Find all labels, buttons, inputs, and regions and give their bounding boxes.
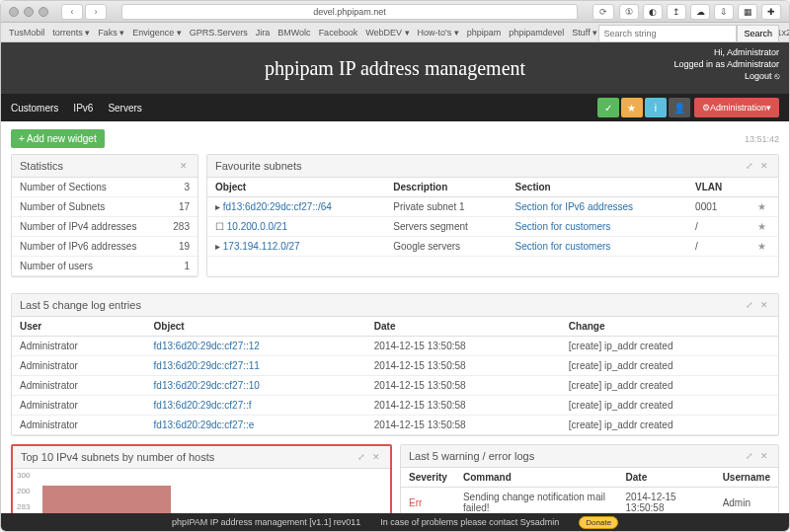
- info-icon[interactable]: i: [645, 98, 667, 117]
- table-row: Number of Sections3: [12, 178, 198, 197]
- fav-table: ObjectDescriptionSectionVLAN ▸ fd13:6d20…: [207, 178, 778, 257]
- tb-icon-7[interactable]: ✚: [761, 4, 781, 20]
- bookmark[interactable]: Stuff ▾: [572, 28, 597, 38]
- check-icon[interactable]: ✓: [597, 98, 619, 117]
- warning-logs-panel: Last 5 warning / error logs⤢ ✕ SeverityC…: [400, 444, 779, 513]
- greeting: Hi, Administrator: [673, 46, 779, 58]
- clock: 13:51:42: [745, 134, 779, 144]
- bookmark[interactable]: WebDEV ▾: [365, 28, 409, 38]
- bar-chart: 300 200 283: [13, 469, 390, 513]
- subnet-link[interactable]: 173.194.112.0/27: [223, 241, 300, 252]
- section-link[interactable]: Section for customers: [515, 221, 611, 232]
- bookmark[interactable]: Envigence ▾: [132, 28, 182, 38]
- bookmark[interactable]: BMWolc: [277, 28, 310, 38]
- table-row: Number of IPv6 addresses19: [12, 237, 198, 257]
- statistics-panel: Statistics✕ Number of Sections3 Number o…: [11, 154, 198, 277]
- top10-subnets-panel: Top 10 IPv4 subnets by number of hosts⤢ …: [11, 444, 392, 513]
- object-link[interactable]: fd13:6d20:29dc:cf27::10: [154, 380, 260, 391]
- changelog-panel: Last 5 change log entries⤢ ✕ UserObjectD…: [11, 293, 779, 436]
- main-nav: Customers IPv6 Servers ✓ ★ i 👤 ⚙ Adminis…: [1, 94, 789, 121]
- app-header: phpipam IP address management Hi, Admini…: [1, 42, 789, 94]
- min-dot[interactable]: [24, 7, 34, 17]
- object-link[interactable]: fd13:6d20:29dc:cf27::11: [154, 360, 260, 371]
- footer-version: phpIPAM IP address management [v1.1] rev…: [172, 517, 360, 527]
- bookmark[interactable]: phpipamdevel: [509, 28, 564, 38]
- subnet-link[interactable]: fd13:6d20:29dc:cf27::/64: [223, 201, 332, 212]
- reload-button[interactable]: ⟳: [592, 4, 614, 20]
- table-row: Administratorfd13:6d20:29dc:cf27::f2014-…: [12, 396, 778, 416]
- dashboard: + Add new widget 13:51:42 Statistics✕ Nu…: [1, 121, 789, 513]
- donate-button[interactable]: Donate: [579, 516, 618, 529]
- tb-icon-4[interactable]: ☁: [690, 4, 710, 20]
- table-row: Administratorfd13:6d20:29dc:cf27::122014…: [12, 337, 778, 356]
- table-row: Administratorfd13:6d20:29dc:cf27::e2014-…: [12, 416, 778, 435]
- panel-title: Last 5 warning / error logs: [409, 450, 534, 462]
- tb-icon-6[interactable]: ▦: [738, 4, 757, 20]
- role-text: Logged in as Administrator: [673, 58, 779, 70]
- tb-icon-1[interactable]: ①: [619, 4, 639, 20]
- panel-title: Favourite subnets: [215, 160, 301, 172]
- admin-button[interactable]: ⚙ Administration ▾: [694, 98, 779, 117]
- url-text: devel.phpipam.net: [313, 7, 386, 17]
- table-row: ☐ 10.200.0.0/21Servers segmentSection fo…: [207, 217, 778, 237]
- fwd-button[interactable]: ›: [85, 4, 107, 20]
- address-bar[interactable]: devel.phpipam.net: [121, 4, 578, 20]
- bookmark[interactable]: phpipam: [467, 28, 502, 38]
- footer: phpIPAM IP address management [v1.1] rev…: [1, 513, 789, 531]
- user-icon[interactable]: 👤: [669, 98, 690, 117]
- warnings-table: SeverityCommandDateUsername ErrSending c…: [401, 468, 778, 513]
- nav-customers[interactable]: Customers: [11, 103, 58, 114]
- bookmark[interactable]: Facebook: [319, 28, 358, 38]
- star-icon[interactable]: ★: [745, 197, 778, 217]
- object-link[interactable]: fd13:6d20:29dc:cf27::12: [154, 341, 260, 351]
- table-row: Number of users1: [12, 257, 198, 276]
- logout-link[interactable]: Logout ⎋: [745, 71, 779, 81]
- nav-servers[interactable]: Servers: [108, 103, 141, 114]
- back-button[interactable]: ‹: [61, 4, 83, 20]
- panel-title: Statistics: [20, 160, 63, 172]
- user-info: Hi, Administrator Logged in as Administr…: [673, 46, 779, 82]
- bookmark[interactable]: Jira: [256, 28, 271, 38]
- bookmark[interactable]: GPRS.Servers: [190, 28, 248, 38]
- section-link[interactable]: Section for IPv6 addresses: [515, 201, 634, 212]
- changelog-table: UserObjectDateChange Administratorfd13:6…: [12, 317, 778, 435]
- panel-controls[interactable]: ⤢ ✕: [357, 452, 382, 462]
- object-link[interactable]: fd13:6d20:29dc:cf27::e: [154, 419, 255, 430]
- table-row: ▸ 173.194.112.0/27Google serversSection …: [207, 237, 778, 257]
- bookmark[interactable]: TusMobil: [9, 28, 44, 38]
- footer-contact: In case of problems please contact Sysad…: [380, 517, 559, 527]
- tb-icon-2[interactable]: ◐: [643, 4, 663, 20]
- search-input[interactable]: [598, 25, 737, 42]
- stats-table: Number of Sections3 Number of Subnets17 …: [12, 178, 198, 276]
- table-row: Administratorfd13:6d20:29dc:cf27::112014…: [12, 356, 778, 376]
- table-row: Number of Subnets17: [12, 197, 198, 217]
- table-row: Administratorfd13:6d20:29dc:cf27::102014…: [12, 376, 778, 396]
- search-button[interactable]: Search: [737, 25, 779, 42]
- panel-title: Last 5 change log entries: [20, 299, 141, 311]
- close-dot[interactable]: [9, 7, 19, 17]
- max-dot[interactable]: [39, 7, 48, 17]
- page-title: phpipam IP address management: [16, 57, 774, 80]
- bookmark[interactable]: torrents ▾: [52, 28, 90, 38]
- section-link[interactable]: Section for customers: [515, 241, 611, 252]
- panel-controls[interactable]: ⤢ ✕: [746, 451, 770, 461]
- panel-controls[interactable]: ⤢ ✕: [746, 300, 770, 310]
- subnet-link[interactable]: 10.200.0.0/21: [227, 221, 287, 232]
- table-row: Number of IPv4 addresses283: [12, 217, 198, 237]
- bookmark[interactable]: Faks ▾: [98, 28, 124, 38]
- window-titlebar: ‹ › devel.phpipam.net ⟳ ① ◐ ↥ ☁ ⇩ ▦ ✚: [1, 1, 789, 23]
- object-link[interactable]: fd13:6d20:29dc:cf27::f: [154, 400, 252, 411]
- panel-close-icon[interactable]: ✕: [180, 161, 190, 171]
- bookmark[interactable]: How-to's ▾: [418, 28, 459, 38]
- add-widget-button[interactable]: + Add new widget: [11, 129, 105, 148]
- tb-icon-3[interactable]: ↥: [667, 4, 686, 20]
- star-icon[interactable]: ★: [745, 237, 778, 257]
- tb-icon-5[interactable]: ⇩: [714, 4, 734, 20]
- table-row: ▸ fd13:6d20:29dc:cf27::/64Private subnet…: [207, 197, 778, 217]
- star-icon[interactable]: ★: [621, 98, 643, 117]
- chart-bar: [42, 486, 171, 513]
- star-icon[interactable]: ★: [745, 217, 778, 237]
- panel-controls[interactable]: ⤢ ✕: [746, 161, 770, 171]
- favourite-subnets-panel: Favourite subnets⤢ ✕ ObjectDescriptionSe…: [206, 154, 779, 277]
- nav-ipv6[interactable]: IPv6: [73, 103, 93, 114]
